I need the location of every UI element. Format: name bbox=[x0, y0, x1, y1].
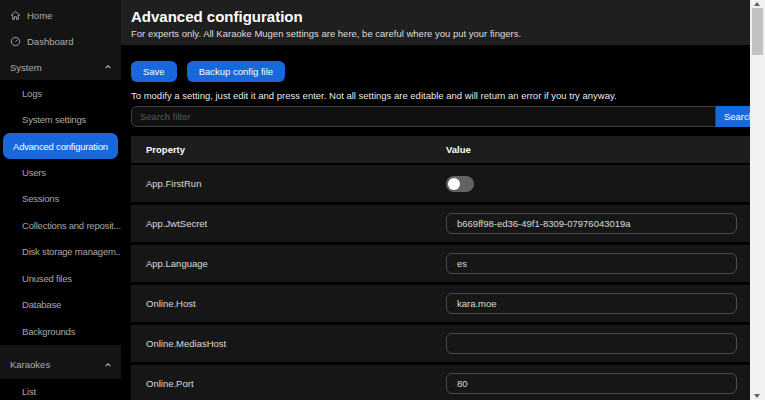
sidebar-item-label: Advanced configuration bbox=[13, 141, 108, 152]
app-window: Home Dashboard System Logs System settin… bbox=[0, 0, 765, 400]
sidebar-item-label: Sessions bbox=[22, 193, 59, 204]
home-icon bbox=[10, 10, 21, 21]
sidebar-item-label: Home bbox=[27, 10, 52, 21]
sidebar-item-sessions[interactable]: Sessions bbox=[0, 186, 121, 213]
table-row-firstrun: App.FirstRun bbox=[131, 165, 762, 205]
chevron-up-icon bbox=[104, 361, 112, 369]
property-cell: App.FirstRun bbox=[131, 178, 440, 189]
sidebar-item-label: Users bbox=[22, 167, 46, 178]
system-submenu: Logs System settings Advanced configurat… bbox=[0, 80, 121, 345]
sidebar-item-dashboard[interactable]: Dashboard bbox=[0, 28, 121, 54]
jwtsecret-input[interactable] bbox=[446, 213, 737, 234]
scroll-up-arrow-icon[interactable] bbox=[754, 2, 760, 6]
sidebar-item-advanced-configuration[interactable]: Advanced configuration bbox=[3, 133, 118, 159]
sidebar-item-label: Logs bbox=[22, 88, 42, 99]
firstrun-toggle[interactable] bbox=[446, 176, 474, 192]
scroll-down-arrow-icon[interactable] bbox=[754, 394, 760, 398]
scrollbar-thumb[interactable] bbox=[752, 8, 763, 55]
sidebar-item-label: Database bbox=[22, 299, 61, 310]
main-area: Advanced configuration For experts only.… bbox=[121, 0, 765, 400]
sidebar-item-label: Unused files bbox=[22, 273, 72, 284]
value-cell bbox=[440, 373, 762, 394]
sidebar-item-unused-files[interactable]: Unused files bbox=[0, 265, 121, 292]
property-cell: Online.MediasHost bbox=[131, 338, 440, 349]
table-row-online-host: Online.Host bbox=[131, 285, 762, 325]
sidebar: Home Dashboard System Logs System settin… bbox=[0, 0, 121, 400]
dashboard-icon bbox=[10, 36, 21, 47]
search-bar: Search bbox=[131, 106, 762, 127]
toolbar: Save Backup config file bbox=[131, 61, 762, 82]
table-row-online-mediashost: Online.MediasHost bbox=[131, 325, 762, 365]
sidebar-group-label: System bbox=[10, 62, 42, 73]
value-cell bbox=[440, 333, 762, 354]
sidebar-item-home[interactable]: Home bbox=[0, 2, 121, 28]
table-header: Property Value bbox=[131, 136, 762, 165]
online-mediashost-input[interactable] bbox=[446, 333, 737, 354]
karaokes-submenu: List bbox=[0, 379, 121, 400]
sidebar-group-label: Karaokes bbox=[10, 359, 50, 370]
search-input[interactable] bbox=[131, 106, 716, 127]
vertical-scrollbar[interactable] bbox=[750, 0, 765, 400]
page-content: Save Backup config file To modify a sett… bbox=[121, 45, 765, 400]
property-column-header: Property bbox=[131, 144, 440, 155]
sidebar-item-system-settings[interactable]: System settings bbox=[0, 107, 121, 134]
sidebar-group-karaokes[interactable]: Karaokes bbox=[0, 351, 121, 379]
sidebar-item-label: Collections and reposit... bbox=[22, 220, 121, 231]
sidebar-group-system[interactable]: System bbox=[0, 54, 121, 80]
chevron-up-icon bbox=[104, 63, 112, 71]
instruction-text: To modify a setting, just edit it and pr… bbox=[131, 90, 762, 101]
page-title: Advanced configuration bbox=[131, 8, 749, 25]
property-cell: Online.Host bbox=[131, 298, 440, 309]
table-row-jwtsecret: App.JwtSecret bbox=[131, 205, 762, 245]
property-cell: Online.Port bbox=[131, 378, 440, 389]
save-button[interactable]: Save bbox=[131, 61, 177, 82]
value-cell bbox=[440, 213, 762, 234]
page-header: Advanced configuration For experts only.… bbox=[121, 0, 765, 45]
sidebar-item-logs[interactable]: Logs bbox=[0, 80, 121, 107]
value-cell bbox=[440, 293, 762, 314]
property-cell: App.JwtSecret bbox=[131, 218, 440, 229]
sidebar-item-label: List bbox=[22, 386, 36, 397]
value-cell bbox=[440, 176, 762, 192]
online-port-input[interactable] bbox=[446, 373, 737, 394]
sidebar-item-collections[interactable]: Collections and reposit... bbox=[0, 212, 121, 239]
property-cell: App.Language bbox=[131, 258, 440, 269]
value-cell bbox=[440, 253, 762, 274]
online-host-input[interactable] bbox=[446, 293, 737, 314]
sidebar-item-label: Dashboard bbox=[27, 36, 73, 47]
language-input[interactable] bbox=[446, 253, 737, 274]
value-column-header: Value bbox=[440, 144, 762, 155]
sidebar-item-label: System settings bbox=[22, 114, 86, 125]
sidebar-item-database[interactable]: Database bbox=[0, 292, 121, 319]
backup-config-button[interactable]: Backup config file bbox=[187, 61, 285, 82]
table-row-language: App.Language bbox=[131, 245, 762, 285]
page-subtitle: For experts only. All Karaoke Mugen sett… bbox=[131, 28, 749, 39]
sidebar-item-disk-storage[interactable]: Disk storage managem... bbox=[0, 239, 121, 266]
table-row-online-port: Online.Port bbox=[131, 365, 762, 400]
sidebar-item-label: Disk storage managem... bbox=[22, 246, 121, 257]
sidebar-item-label: Backgrounds bbox=[22, 326, 75, 337]
sidebar-item-users[interactable]: Users bbox=[0, 159, 121, 186]
sidebar-item-list[interactable]: List bbox=[0, 379, 121, 400]
sidebar-item-backgrounds[interactable]: Backgrounds bbox=[0, 318, 121, 345]
toggle-knob bbox=[448, 178, 460, 190]
settings-table: Property Value App.FirstRun App.JwtSecre… bbox=[131, 136, 762, 400]
